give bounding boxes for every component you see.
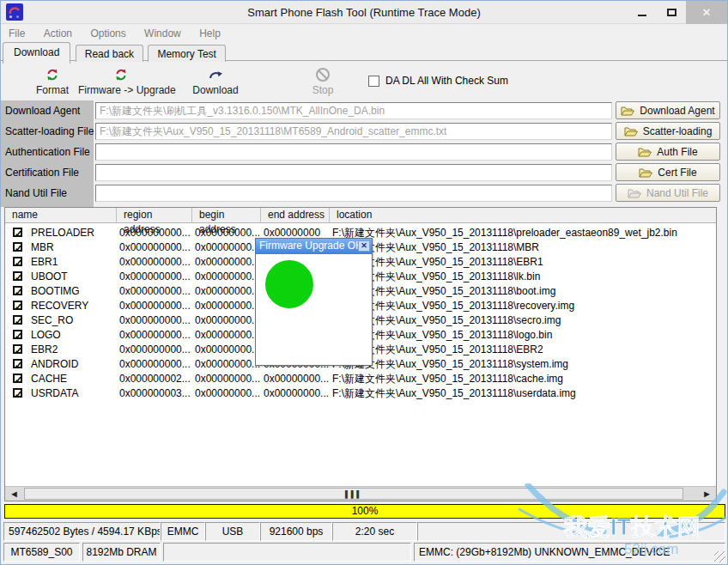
row-checkbox-checked-icon[interactable]: [13, 344, 22, 354]
certification-file-field[interactable]: [95, 164, 612, 181]
cell-location: F:\新建文件夹\Aux_V950_15_20131118\cache.img: [332, 372, 715, 386]
progress-value: 100%: [352, 505, 379, 517]
row-checkbox-checked-icon[interactable]: [13, 388, 22, 398]
checkbox-box-icon[interactable]: [368, 76, 379, 87]
tab-strip: Download Read back Memory Test: [1, 42, 727, 61]
scrollbar-grip-icon: ▌▌▌: [345, 490, 362, 498]
firmware-upgrade-button[interactable]: Firmware -> Upgrade: [78, 67, 164, 96]
row-checkbox-checked-icon[interactable]: [13, 257, 22, 266]
row-checkbox-checked-icon[interactable]: [13, 359, 22, 368]
tab-memory-test[interactable]: Memory Test: [148, 45, 225, 64]
status-elapsed-time: 2:20 sec: [332, 522, 417, 541]
app-window: Smart Phone Flash Tool (Runtime Trace Mo…: [0, 0, 728, 565]
dialog-close-button[interactable]: ✕: [358, 240, 370, 252]
col-header-end-address[interactable]: end address: [261, 208, 330, 223]
dialog-title: Firmware Upgrade OK: [256, 239, 372, 254]
scatter-loading-button-label: Scatter-loading: [643, 125, 713, 137]
status-empty-cell: [163, 543, 411, 562]
firmware-upgrade-label: Firmware -> Upgrade: [78, 84, 164, 96]
cert-file-browse-button[interactable]: Cert File: [616, 163, 720, 181]
da-dl-checksum-checkbox[interactable]: DA DL All With Check Sum: [368, 75, 508, 87]
row-checkbox-checked-icon[interactable]: [13, 242, 22, 252]
cell-location: F:\新建文件夹\Aux_V950_15_20131118\system.img: [332, 357, 715, 372]
format-button[interactable]: Format: [25, 67, 80, 96]
cell-begin: 0x00000000...: [195, 372, 260, 386]
row-checkbox-checked-icon[interactable]: [13, 315, 22, 325]
menu-help[interactable]: Help: [191, 25, 228, 42]
scroll-right-arrow-icon[interactable]: ►: [700, 487, 714, 501]
cell-region: 0x000000003...: [119, 386, 191, 401]
download-agent-browse-button[interactable]: Download Agent: [616, 101, 720, 119]
open-folder-icon: [638, 147, 652, 157]
cell-name: EBR2: [31, 343, 115, 357]
col-header-begin-address[interactable]: begin address: [192, 208, 261, 223]
status-baud-rate: 921600 bps: [260, 522, 332, 541]
cell-begin: 0x00000000...: [195, 284, 260, 299]
scrollbar-thumb[interactable]: ▌▌▌: [24, 488, 683, 500]
cell-begin: 0x00000000...: [195, 299, 260, 313]
row-checkbox-checked-icon[interactable]: [13, 301, 22, 310]
table-row[interactable]: CACHE 0x000000002... 0x00000000... 0x000…: [5, 372, 716, 386]
tab-read-back[interactable]: Read back: [76, 45, 143, 64]
cell-name: RECOVERY: [31, 299, 115, 313]
open-folder-icon: [624, 126, 638, 137]
cell-region: 0x000000000...: [119, 328, 191, 343]
table-row[interactable]: USRDATA 0x000000003... 0x00000000... 0x0…: [5, 386, 716, 401]
toolbar: Format Firmware -> Upgrade Download: [1, 62, 727, 100]
cell-location: F:\新建文件夹\Aux_V950_15_20131118\recovery.i…: [332, 299, 715, 313]
status-storage-type: EMMC: [161, 522, 205, 541]
auth-file-browse-button[interactable]: Auth File: [616, 143, 720, 161]
download-button[interactable]: Download: [190, 67, 241, 96]
col-header-location[interactable]: location: [330, 208, 716, 223]
tab-download[interactable]: Download: [3, 42, 70, 64]
download-arrow-icon: [190, 67, 241, 82]
row-checkbox-checked-icon[interactable]: [13, 374, 22, 383]
maximize-icon: [667, 9, 676, 16]
cell-location: F:\新建文件夹\Aux_V950_15_20131118\logo.bin: [332, 328, 715, 343]
scroll-left-arrow-icon[interactable]: ◄: [7, 487, 21, 501]
cell-location: F:\新建文件夹\Aux_V950_15_20131118\lk.bin: [332, 270, 715, 284]
col-header-region-address[interactable]: region address: [117, 208, 192, 223]
cell-begin: 0x00000000...: [195, 343, 260, 357]
row-checkbox-checked-icon[interactable]: [13, 330, 22, 339]
status-chip-name: MT6589_S00: [3, 543, 80, 562]
cell-name: MBR: [31, 240, 115, 255]
status-bytes-speed: 597462502 Bytes / 4594.17 KBps: [3, 522, 161, 541]
stop-button: Stop: [301, 67, 344, 96]
authentication-file-field[interactable]: [95, 143, 612, 161]
menu-action[interactable]: Action: [36, 25, 80, 42]
progress-bar: 100%: [4, 504, 725, 519]
menu-options[interactable]: Options: [82, 25, 133, 42]
minimize-button[interactable]: [628, 1, 657, 24]
status-connection: USB: [205, 522, 260, 541]
scatter-loading-browse-button[interactable]: Scatter-loading: [616, 122, 720, 140]
cell-location: F:\新建文件夹\Aux_V950_15_20131118\preloader_…: [332, 226, 715, 240]
cell-begin: 0x00000000...: [195, 240, 260, 255]
cell-end: 0x00000000...: [264, 372, 329, 386]
cell-region: 0x000000000...: [119, 343, 191, 357]
cell-name: PRELOADER: [31, 226, 115, 240]
download-agent-button-label: Download Agent: [640, 105, 714, 117]
menu-window[interactable]: Window: [136, 25, 189, 42]
download-agent-path-field[interactable]: F:\新建文件夹\刷机工具_v3.1316.0.150\MTK_AllInOne…: [95, 102, 612, 119]
cell-begin: 0x00000000...: [195, 386, 260, 401]
menu-bar: File Action Options Window Help: [1, 25, 727, 42]
row-checkbox-checked-icon[interactable]: [13, 271, 22, 281]
close-icon: ✕: [702, 6, 712, 19]
menu-file[interactable]: File: [1, 25, 33, 42]
row-checkbox-checked-icon[interactable]: [13, 228, 22, 237]
cell-region: 0x000000000...: [119, 270, 191, 284]
open-folder-icon: [628, 188, 641, 198]
col-header-name[interactable]: name: [5, 208, 117, 223]
certification-file-label: Certification File: [5, 167, 79, 179]
close-button[interactable]: ✕: [686, 1, 727, 24]
file-fields-panel: Download Agent F:\新建文件夹\刷机工具_v3.1316.0.1…: [1, 100, 727, 207]
scatter-loading-path-field[interactable]: F:\新建文件夹\Aux_V950_15_20131118\MT6589_And…: [95, 123, 612, 140]
scatter-loading-label: Scatter-loading File: [5, 125, 94, 137]
resize-grip-icon[interactable]: [714, 551, 725, 562]
horizontal-scrollbar[interactable]: ◄ ▌▌▌ ►: [5, 486, 716, 501]
nand-util-file-field[interactable]: [95, 185, 612, 202]
cell-begin: 0x00000000...: [195, 255, 260, 270]
row-checkbox-checked-icon[interactable]: [13, 286, 22, 295]
maximize-button[interactable]: [657, 1, 686, 24]
